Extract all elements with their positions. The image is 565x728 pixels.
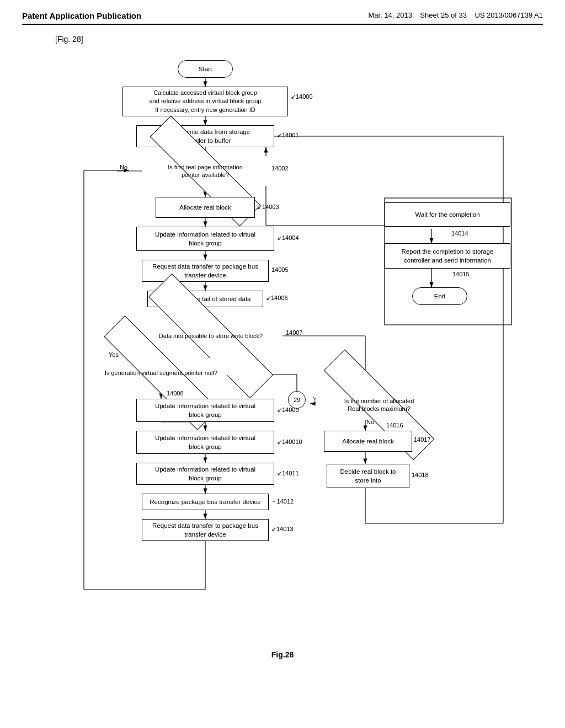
end-node: End [412,287,467,305]
label-14011: ↙14011 [277,470,299,477]
label-14014: 14014 [451,230,468,237]
svg-text:Yes: Yes [109,351,119,358]
diagram-area: No Yes No Yes [45,49,520,645]
label-14018: 14018 [412,472,429,478]
node-14000: Calculate accessed virtual block groupan… [122,87,288,116]
start-node: Start [178,60,233,78]
label-14003: ↙14003 [257,204,279,211]
node-14002: Is first real page informationpointer av… [142,156,269,186]
page: Patent Application Publication Mar. 14, … [0,0,565,728]
label-14007: 14007 [286,329,303,336]
node-14013: Request data transfer to package bustran… [142,519,269,541]
label-14001: ↙14001 [277,132,299,139]
node-140010: Update information related to virtualblo… [136,431,274,454]
node-14008: Is generation virtual segment pointer nu… [95,358,227,388]
label-140010: ↙140010 [277,438,302,446]
header-info: Mar. 14, 2013 Sheet 25 of 33 US 2013/006… [368,11,543,19]
label-14000: ↙14000 [291,93,313,100]
node-14014: Wait for the completion [385,202,510,227]
fig-label: [Fig. 28] [55,35,543,44]
header-title: Patent Application Publication [22,11,141,20]
node-14005: Request data transfer to package bustran… [142,260,269,282]
node-14012: Recognize package bus transfer device [142,494,269,510]
node-14018: Decide real block tostore into [327,464,409,488]
node-14011: Update information related to virtualblo… [136,463,274,485]
node-14017: Allocate real block [324,431,412,452]
label-14002: 14002 [271,165,289,172]
label-14016: 14016 [386,422,403,429]
circle-29: 29 [288,391,306,409]
node-14003: Allocate real block [156,197,255,218]
label-14006: ↙14006 [266,295,288,302]
node-14016: Is the number of allocatedReal blocks ma… [316,390,443,420]
label-14015: 14015 [452,271,470,277]
header: Patent Application Publication Mar. 14, … [22,11,543,25]
label-14004: ↙14004 [277,234,299,242]
label-14008: 14008 [167,390,184,397]
caption: Fig.28 [22,650,543,659]
node-14007: Data into possible to store write block? [139,319,282,352]
label-14012: ~ 14012 [271,498,294,505]
node-14015: Report the completion to storagecontroll… [385,243,510,269]
label-14005: 14005 [271,266,289,273]
node-14009: Update information related to virtualblo… [136,399,274,422]
label-14013: ↙14013 [271,526,294,533]
label-14017: 14017 [414,436,431,443]
svg-text:No: No [120,164,127,170]
node-14004: Update information related to virtualblo… [136,227,274,251]
